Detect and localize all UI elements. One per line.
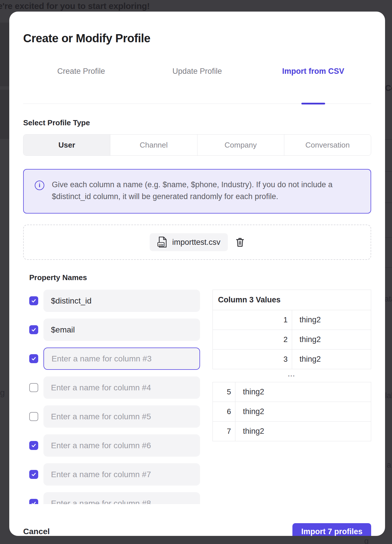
background-fragment: g (364, 536, 369, 544)
background-fragment: ata (384, 295, 392, 304)
tab-import-from-csv[interactable]: Import from CSV (255, 67, 371, 76)
csv-upload-dropzone[interactable]: csv importtest.csv (23, 225, 371, 260)
check-icon (31, 298, 36, 304)
dialog-title: Create or Modify Profile (23, 32, 371, 45)
csv-file-icon: csv (157, 236, 168, 248)
column-8-checkbox[interactable] (29, 499, 38, 504)
property-row-3 (29, 348, 200, 370)
row-value: thing2 (235, 402, 371, 422)
rows-ellipsis: ••• (213, 369, 371, 382)
import-profiles-button[interactable]: Import 7 profiles (292, 523, 371, 536)
column-2-name-input[interactable] (43, 319, 200, 341)
table-row: 7 thing2 (213, 422, 371, 441)
table-row: 6 thing2 (213, 402, 371, 422)
table-row: 3 thing2 (213, 350, 371, 369)
column-5-name-input[interactable] (43, 405, 200, 428)
property-row-2 (29, 319, 200, 341)
info-banner: i Give each column a name (e.g. $name, $… (23, 169, 371, 214)
property-row-4 (29, 376, 200, 399)
uploaded-file-name: importtest.csv (172, 238, 221, 247)
dialog-tab-bar: Create Profile Update Profile Import fro… (23, 67, 371, 104)
column-6-name-input[interactable] (43, 434, 200, 457)
column-1-name-input[interactable] (43, 290, 200, 312)
background-sidebar-block (0, 90, 9, 139)
column-values-table-top: Column 3 Values 1 thing2 2 thing2 3 thin… (213, 290, 371, 369)
row-value: thing2 (292, 310, 371, 330)
check-icon (31, 356, 36, 361)
column-5-checkbox[interactable] (29, 412, 38, 421)
column-values-preview: Column 3 Values 1 thing2 2 thing2 3 thin… (213, 290, 371, 504)
trash-icon[interactable] (235, 237, 245, 247)
tab-update-profile[interactable]: Update Profile (139, 67, 255, 76)
column-3-checkbox[interactable] (29, 354, 38, 363)
select-profile-type-label: Select Profile Type (23, 118, 371, 127)
property-names-label: Property Names (23, 273, 371, 282)
tab-create-profile[interactable]: Create Profile (23, 67, 139, 76)
property-row-5 (29, 405, 200, 428)
background-sidebar-block (0, 23, 9, 86)
table-row: 1 thing2 (213, 310, 371, 330)
column-6-checkbox[interactable] (29, 441, 38, 450)
info-banner-text: Give each column a name (e.g. $name, $ph… (52, 179, 360, 203)
table-row: 2 thing2 (213, 330, 371, 350)
table-row: 5 thing2 (213, 382, 371, 402)
background-fragment: lab (385, 391, 392, 400)
column-1-checkbox[interactable] (29, 296, 38, 305)
row-value: thing2 (292, 350, 371, 369)
profile-type-company[interactable]: Company (197, 135, 284, 155)
column-8-name-input[interactable] (43, 492, 200, 504)
property-row-8 (29, 492, 200, 504)
property-row-1 (29, 290, 200, 312)
check-icon (31, 443, 36, 448)
cancel-button[interactable]: Cancel (23, 527, 50, 536)
row-index: 6 (213, 402, 235, 422)
info-circle-icon: i (35, 181, 44, 190)
background-fragment: g (0, 388, 5, 398)
column-7-name-input[interactable] (43, 463, 200, 486)
property-row-7 (29, 463, 200, 486)
check-icon (31, 327, 36, 332)
profile-type-user[interactable]: User (23, 135, 110, 155)
column-values-header: Column 3 Values (213, 290, 371, 310)
dialog-footer: Cancel Import 7 profiles (23, 523, 371, 536)
uploaded-file-chip[interactable]: csv importtest.csv (150, 233, 228, 251)
active-tab-indicator (301, 103, 325, 104)
svg-text:csv: csv (159, 243, 164, 246)
column-4-checkbox[interactable] (29, 383, 38, 392)
background-fragment: Co (385, 83, 392, 93)
row-value: thing2 (235, 382, 371, 402)
column-7-checkbox[interactable] (29, 470, 38, 479)
row-value: thing2 (292, 330, 371, 350)
row-index: 2 (213, 330, 292, 350)
background-fragment: a (387, 461, 391, 470)
property-row-6 (29, 434, 200, 457)
property-mapping-section: Property Names (23, 273, 371, 504)
column-values-table-bottom: 5 thing2 6 thing2 7 thing2 (213, 382, 371, 441)
property-name-list (23, 290, 200, 504)
column-4-name-input[interactable] (43, 376, 200, 399)
create-or-modify-profile-dialog: Create or Modify Profile Create Profile … (9, 12, 385, 536)
column-3-name-input[interactable] (43, 348, 200, 370)
background-banner-text: e're excited for you to start exploring! (0, 1, 150, 11)
row-value: thing2 (235, 422, 371, 441)
profile-type-channel[interactable]: Channel (110, 135, 197, 155)
column-2-checkbox[interactable] (29, 325, 38, 334)
row-index: 1 (213, 310, 292, 330)
row-index: 5 (213, 382, 235, 402)
profile-type-segmented-control: User Channel Company Conversation (23, 134, 371, 156)
check-icon (31, 472, 36, 477)
row-index: 3 (213, 350, 292, 369)
row-index: 7 (213, 422, 235, 441)
profile-type-conversation[interactable]: Conversation (284, 135, 371, 155)
check-icon (31, 501, 36, 504)
